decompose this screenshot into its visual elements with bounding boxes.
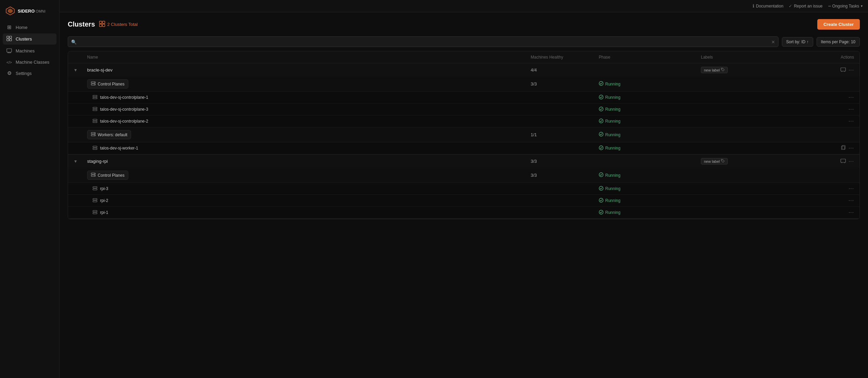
phase-label: Running [605,198,621,203]
ongoing-tasks-link[interactable]: ··· Ongoing Tasks ▾ [828,3,863,9]
check-circle-icon [599,95,604,100]
clusters-table: Name Machines Healthy Phase Labels Actio… [68,51,860,219]
machine-row: rpi-1 Running ··· [68,207,859,219]
sidebar-item-clusters[interactable]: Clusters [3,33,57,45]
machine-classes-icon: </> [6,60,12,64]
machine-row: talos-dev-sj-controlplane-2 Running ··· [68,115,859,127]
machine-row: talos-dev-sj-controlplane-1 Running ··· [68,92,859,104]
svg-rect-3 [10,36,12,38]
machine-icon [93,95,97,100]
machine-icon [93,107,97,112]
group-label: Workers: default [87,130,131,139]
actions-col: ··· [820,158,854,164]
clusters-icon [6,36,12,42]
svg-point-22 [599,81,603,85]
col-actions: Actions [820,55,854,60]
sidebar-item-home[interactable]: ⊞ Home [3,22,57,33]
more-actions-button[interactable]: ··· [849,145,854,151]
report-issue-link[interactable]: ✓ Report an issue [789,4,822,9]
machine-actions: ··· [820,145,854,151]
machine-phase: Running [599,186,701,192]
col-expand [74,55,87,60]
more-actions-button[interactable]: ··· [849,67,854,73]
group-machines-healthy: 3/3 [531,81,599,86]
expand-icon[interactable]: ▼ [74,68,87,73]
documentation-link[interactable]: ℹ Documentation [753,3,784,9]
sidebar: SIDEROOMNI ⊞ Home Clusters Machines </> … [0,0,60,378]
group-row-control-planes: Control Planes 3/3 Running [68,77,859,92]
more-actions-button[interactable]: ··· [849,94,854,100]
svg-point-39 [599,146,603,150]
label-tag: new label [701,158,728,164]
group-label-cell: Control Planes [87,171,531,180]
expand-icon[interactable]: ▼ [74,159,87,164]
more-actions-button[interactable]: ··· [849,209,854,216]
svg-point-25 [599,95,603,99]
cluster-header-bracle-sj-dev: ▼ bracle-sj-dev 4/4 new label [68,63,859,77]
server-icon [91,81,96,87]
machine-name: talos-dev-sj-controlplane-3 [93,107,531,112]
more-actions-button[interactable]: ··· [849,118,854,124]
machines-healthy: 4/4 [531,67,599,73]
svg-point-34 [94,133,95,133]
group-row-workers: Workers: default 1/1 Running [68,127,859,142]
search-clear-button[interactable]: ✕ [771,39,775,44]
svg-point-49 [94,175,95,176]
sidebar-item-settings[interactable]: ⚙ Settings [3,68,57,79]
svg-rect-23 [93,95,97,97]
machine-actions: ··· [820,209,854,216]
search-wrap: 🔍 ✕ [68,36,778,47]
col-labels: Labels [701,55,820,60]
svg-rect-38 [93,148,97,149]
page-header: Clusters 2 Clusters Total Create Cluster [68,19,860,30]
sort-button[interactable]: Sort by: ID ↑ [782,37,813,47]
svg-rect-30 [93,121,97,123]
sidebar-item-label: Home [16,25,28,30]
check-circle-icon [599,81,604,87]
check-circle-icon [599,145,604,151]
svg-point-20 [94,82,95,83]
settings-action-icon[interactable] [840,158,846,164]
chevron-down-icon: ▾ [861,4,863,8]
label-tag: new label [701,67,728,73]
machine-row: talos-dev-sj-controlplane-3 Running ··· [68,104,859,115]
copy-action-icon[interactable] [841,145,846,151]
svg-point-50 [599,173,603,177]
sidebar-item-machines[interactable]: Machines [3,45,57,57]
more-actions-button[interactable]: ··· [849,186,854,192]
svg-marker-1 [8,9,13,13]
more-actions-button[interactable]: ··· [849,106,854,112]
group-machines-healthy: 3/3 [531,173,599,178]
cluster-header-staging-rpi: ▼ staging-rpi 3/3 new label [68,155,859,168]
svg-point-59 [599,210,603,214]
machine-name: rpi-1 [93,210,531,216]
cluster-row: ▼ staging-rpi 3/3 new label [68,155,859,219]
svg-rect-24 [93,97,97,99]
create-cluster-button[interactable]: Create Cluster [817,19,860,30]
phase-label: Running [605,132,621,137]
machine-phase: Running [599,119,701,124]
settings-action-icon[interactable] [840,67,846,73]
more-actions-button[interactable]: ··· [849,158,854,164]
group-phase: Running [599,172,701,178]
documentation-label: Documentation [756,4,784,9]
phase-label: Running [605,186,621,191]
phase-label: Running [605,95,621,100]
sidebar-item-machine-classes[interactable]: </> Machine Classes [3,57,57,67]
search-input[interactable] [68,36,778,47]
more-actions-button[interactable]: ··· [849,198,854,204]
machine-icon [93,210,97,216]
actions-col: ··· [820,67,854,73]
machine-actions: ··· [820,94,854,100]
machines-icon [6,48,12,54]
svg-rect-5 [10,39,12,41]
svg-rect-37 [93,146,97,147]
topbar: ℹ Documentation ✓ Report an issue ··· On… [60,0,868,12]
cluster-name: staging-rpi [87,159,531,164]
svg-rect-27 [93,109,97,111]
status-badge: Running [599,210,621,216]
machine-name-label: talos-dev-sj-controlplane-2 [100,119,148,124]
per-page-button[interactable]: Items per Page: 10 [817,37,860,47]
status-badge: Running [599,107,621,112]
cluster-count: 2 Clusters Total [99,21,138,28]
